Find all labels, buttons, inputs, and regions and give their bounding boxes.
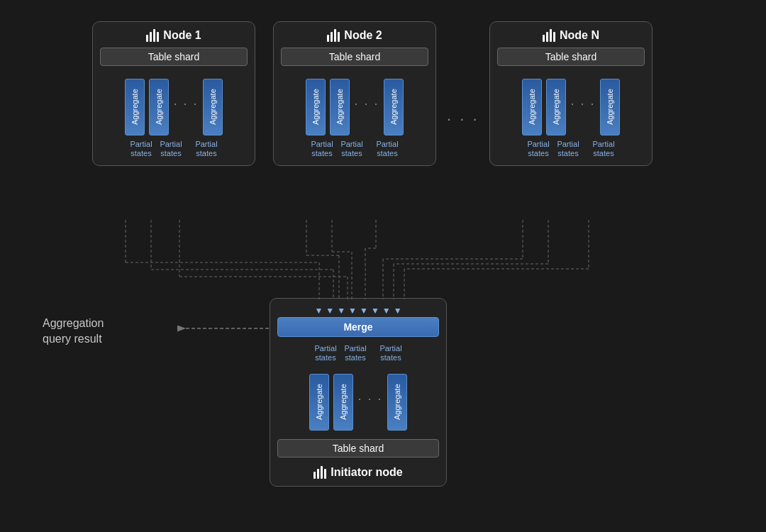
node-1-agg-1: Aggregate	[125, 79, 145, 135]
node-2-icon	[327, 29, 340, 42]
node-1-aggregates-row: Aggregate Aggregate · · · Aggregate	[125, 72, 222, 135]
initiator-ps-2: Partial states	[343, 344, 368, 362]
merge-section: ▼ ▼ ▼ ▼ ▼ ▼ ▼ ▼ Merge	[277, 306, 439, 341]
node-2-ps-3: Partial states	[374, 140, 400, 158]
node-2-label: Node 2	[344, 29, 382, 42]
node-2-dots: · · ·	[354, 96, 379, 111]
initiator-node-title: Initiator node	[313, 466, 402, 479]
initiator-icon	[313, 466, 326, 479]
node-1-box: Node 1 Table shard Aggregate Aggregate ·…	[92, 21, 255, 166]
initiator-label: Initiator node	[331, 466, 402, 479]
initiator-table-shard: Table shard	[277, 439, 439, 458]
initiator-agg-3: Aggregate	[387, 374, 407, 431]
node-1-ps-3: Partial states	[194, 140, 219, 158]
diagram-container: Node 1 Table shard Aggregate Aggregate ·…	[0, 0, 766, 532]
node-2-partial-states: Partial states Partial states Partial st…	[309, 140, 400, 158]
node-n-ps-1: Partial states	[526, 140, 551, 158]
node-2-aggregates-row: Aggregate Aggregate · · · Aggregate	[306, 72, 403, 135]
initiator-dots: · · ·	[357, 392, 382, 406]
node-1-ps-1: Partial states	[128, 140, 154, 158]
node-n-dots: · · ·	[570, 96, 595, 111]
node-n-agg-3: Aggregate	[600, 79, 620, 135]
node-n-agg-1: Aggregate	[522, 79, 542, 135]
aggregation-result-label: Aggregationquery result	[43, 316, 104, 348]
initiator-ps-1: Partial states	[313, 344, 338, 362]
initiator-agg-2: Aggregate	[333, 374, 353, 431]
node-1-agg-3: Aggregate	[203, 79, 223, 135]
between-nodes-dots: · · ·	[447, 110, 479, 128]
node-n-label: Node N	[560, 29, 599, 42]
node-2-title: Node 2	[327, 29, 382, 42]
agg-result-text: Aggregationquery result	[43, 317, 104, 345]
initiator-ps-3: Partial states	[378, 344, 404, 362]
node-2-table-shard: Table shard	[281, 48, 428, 66]
node-2-box: Node 2 Table shard Aggregate Aggregate ·…	[273, 21, 436, 166]
node-2-agg-1: Aggregate	[306, 79, 326, 135]
initiator-aggregates-row: Aggregate Aggregate · · · Aggregate	[309, 367, 406, 431]
merge-label: Merge	[277, 317, 439, 337]
initiator-agg-1: Aggregate	[309, 374, 329, 431]
node-n-title: Node N	[543, 29, 599, 42]
node-1-title: Node 1	[146, 29, 201, 42]
node-1-partial-states: Partial states Partial states Partial st…	[128, 140, 219, 158]
node-2-agg-3: Aggregate	[384, 79, 404, 135]
node-n-icon	[543, 29, 555, 42]
merge-arrows: ▼ ▼ ▼ ▼ ▼ ▼ ▼ ▼	[277, 306, 439, 316]
node-1-ps-2: Partial states	[158, 140, 184, 158]
node-n-table-shard: Table shard	[497, 48, 645, 66]
node-2-ps-1: Partial states	[309, 140, 335, 158]
node-n-ps-2: Partial states	[555, 140, 581, 158]
node-n-partial-states: Partial states Partial states Partial st…	[526, 140, 616, 158]
node-2-ps-2: Partial states	[339, 140, 365, 158]
node-1-table-shard: Table shard	[100, 48, 248, 66]
node-n-agg-2: Aggregate	[546, 79, 566, 135]
initiator-node-box: ▼ ▼ ▼ ▼ ▼ ▼ ▼ ▼ Merge Partial states Par…	[270, 298, 447, 487]
node-1-dots: · · ·	[173, 96, 198, 111]
node-1-agg-2: Aggregate	[149, 79, 169, 135]
node-n-box: Node N Table shard Aggregate Aggregate ·…	[489, 21, 653, 166]
initiator-partial-top: Partial states Partial states Partial st…	[313, 344, 404, 362]
node-2-agg-2: Aggregate	[330, 79, 350, 135]
node-n-ps-3: Partial states	[591, 140, 616, 158]
node-1-icon	[146, 29, 159, 42]
node-1-label: Node 1	[163, 29, 201, 42]
node-n-aggregates-row: Aggregate Aggregate · · · Aggregate	[522, 72, 619, 135]
